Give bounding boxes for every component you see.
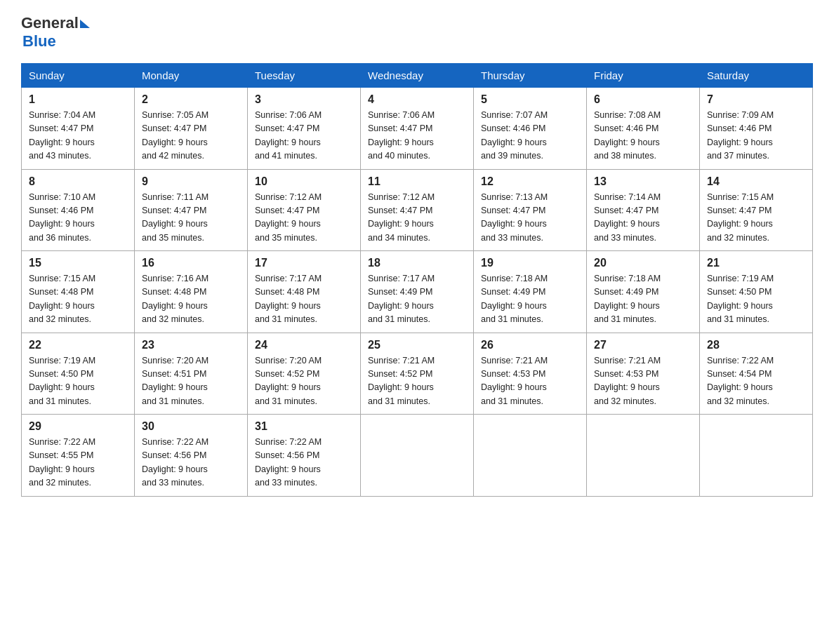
day-number: 6 (594, 93, 692, 106)
day-number: 20 (594, 257, 692, 269)
calendar-day-cell: 12Sunrise: 7:13 AMSunset: 4:47 PMDayligh… (474, 169, 587, 251)
day-info: Sunrise: 7:05 AMSunset: 4:47 PMDaylight:… (142, 109, 240, 163)
calendar-day-cell: 30Sunrise: 7:22 AMSunset: 4:56 PMDayligh… (135, 415, 248, 497)
day-info: Sunrise: 7:13 AMSunset: 4:47 PMDaylight:… (481, 191, 579, 246)
day-info: Sunrise: 7:09 AMSunset: 4:46 PMDaylight:… (707, 109, 805, 163)
calendar-week-row: 29Sunrise: 7:22 AMSunset: 4:55 PMDayligh… (22, 415, 813, 497)
calendar-week-row: 8Sunrise: 7:10 AMSunset: 4:46 PMDaylight… (22, 169, 813, 251)
calendar-day-cell: 9Sunrise: 7:11 AMSunset: 4:47 PMDaylight… (135, 169, 248, 251)
day-number: 1 (29, 93, 127, 106)
calendar-day-cell (361, 415, 474, 497)
day-number: 3 (255, 93, 353, 106)
calendar-day-cell: 20Sunrise: 7:18 AMSunset: 4:49 PMDayligh… (587, 251, 700, 333)
day-number: 18 (368, 257, 466, 269)
calendar-day-cell: 3Sunrise: 7:06 AMSunset: 4:47 PMDaylight… (248, 88, 361, 170)
calendar-day-cell: 23Sunrise: 7:20 AMSunset: 4:51 PMDayligh… (135, 333, 248, 415)
weekday-header-tuesday: Tuesday (248, 64, 361, 88)
day-info: Sunrise: 7:22 AMSunset: 4:54 PMDaylight:… (707, 354, 805, 409)
calendar-week-row: 15Sunrise: 7:15 AMSunset: 4:48 PMDayligh… (22, 251, 813, 333)
calendar-day-cell: 21Sunrise: 7:19 AMSunset: 4:50 PMDayligh… (700, 251, 813, 333)
day-info: Sunrise: 7:22 AMSunset: 4:55 PMDaylight:… (29, 436, 127, 490)
day-number: 19 (481, 257, 579, 269)
calendar-day-cell: 6Sunrise: 7:08 AMSunset: 4:46 PMDaylight… (587, 88, 700, 170)
day-number: 12 (481, 175, 579, 188)
weekday-header-monday: Monday (135, 64, 248, 88)
day-info: Sunrise: 7:15 AMSunset: 4:47 PMDaylight:… (707, 191, 805, 246)
calendar-day-cell: 16Sunrise: 7:16 AMSunset: 4:48 PMDayligh… (135, 251, 248, 333)
day-info: Sunrise: 7:07 AMSunset: 4:46 PMDaylight:… (481, 109, 579, 163)
weekday-header-friday: Friday (587, 64, 700, 88)
calendar-day-cell: 25Sunrise: 7:21 AMSunset: 4:52 PMDayligh… (361, 333, 474, 415)
day-number: 14 (707, 175, 805, 188)
day-info: Sunrise: 7:17 AMSunset: 4:49 PMDaylight:… (368, 272, 466, 327)
calendar-day-cell: 22Sunrise: 7:19 AMSunset: 4:50 PMDayligh… (22, 333, 135, 415)
day-number: 31 (255, 420, 353, 433)
day-number: 2 (142, 93, 240, 106)
weekday-header-saturday: Saturday (700, 64, 813, 88)
calendar-day-cell: 29Sunrise: 7:22 AMSunset: 4:55 PMDayligh… (22, 415, 135, 497)
calendar-day-cell: 4Sunrise: 7:06 AMSunset: 4:47 PMDaylight… (361, 88, 474, 170)
calendar-body: 1Sunrise: 7:04 AMSunset: 4:47 PMDaylight… (22, 88, 813, 497)
calendar-day-cell: 10Sunrise: 7:12 AMSunset: 4:47 PMDayligh… (248, 169, 361, 251)
day-info: Sunrise: 7:21 AMSunset: 4:53 PMDaylight:… (594, 354, 692, 409)
day-info: Sunrise: 7:21 AMSunset: 4:52 PMDaylight:… (368, 354, 466, 409)
day-number: 4 (368, 93, 466, 106)
calendar-day-cell (700, 415, 813, 497)
calendar-day-cell: 28Sunrise: 7:22 AMSunset: 4:54 PMDayligh… (700, 333, 813, 415)
day-number: 30 (142, 420, 240, 433)
calendar-day-cell: 2Sunrise: 7:05 AMSunset: 4:47 PMDaylight… (135, 88, 248, 170)
day-number: 15 (29, 257, 127, 269)
logo-general-text: General (21, 14, 79, 32)
calendar-day-cell: 27Sunrise: 7:21 AMSunset: 4:53 PMDayligh… (587, 333, 700, 415)
day-number: 16 (142, 257, 240, 269)
day-info: Sunrise: 7:11 AMSunset: 4:47 PMDaylight:… (142, 191, 240, 246)
day-info: Sunrise: 7:06 AMSunset: 4:47 PMDaylight:… (368, 109, 466, 163)
day-info: Sunrise: 7:12 AMSunset: 4:47 PMDaylight:… (368, 191, 466, 246)
day-info: Sunrise: 7:08 AMSunset: 4:46 PMDaylight:… (594, 109, 692, 163)
day-info: Sunrise: 7:19 AMSunset: 4:50 PMDaylight:… (707, 272, 805, 327)
day-number: 13 (594, 175, 692, 188)
calendar-day-cell: 19Sunrise: 7:18 AMSunset: 4:49 PMDayligh… (474, 251, 587, 333)
day-info: Sunrise: 7:12 AMSunset: 4:47 PMDaylight:… (255, 191, 353, 246)
calendar-day-cell: 26Sunrise: 7:21 AMSunset: 4:53 PMDayligh… (474, 333, 587, 415)
calendar-day-cell: 31Sunrise: 7:22 AMSunset: 4:56 PMDayligh… (248, 415, 361, 497)
calendar-day-cell: 24Sunrise: 7:20 AMSunset: 4:52 PMDayligh… (248, 333, 361, 415)
day-info: Sunrise: 7:17 AMSunset: 4:48 PMDaylight:… (255, 272, 353, 327)
calendar-day-cell: 7Sunrise: 7:09 AMSunset: 4:46 PMDaylight… (700, 88, 813, 170)
calendar-day-cell: 13Sunrise: 7:14 AMSunset: 4:47 PMDayligh… (587, 169, 700, 251)
day-number: 17 (255, 257, 353, 269)
day-number: 21 (707, 257, 805, 269)
weekday-header-sunday: Sunday (22, 64, 135, 88)
weekday-header-thursday: Thursday (474, 64, 587, 88)
weekday-header-row: SundayMondayTuesdayWednesdayThursdayFrid… (22, 64, 813, 88)
calendar-table: SundayMondayTuesdayWednesdayThursdayFrid… (21, 63, 813, 497)
weekday-header-wednesday: Wednesday (361, 64, 474, 88)
day-number: 23 (142, 339, 240, 351)
day-info: Sunrise: 7:18 AMSunset: 4:49 PMDaylight:… (594, 272, 692, 327)
calendar-day-cell: 5Sunrise: 7:07 AMSunset: 4:46 PMDaylight… (474, 88, 587, 170)
day-info: Sunrise: 7:20 AMSunset: 4:52 PMDaylight:… (255, 354, 353, 409)
calendar-day-cell: 18Sunrise: 7:17 AMSunset: 4:49 PMDayligh… (361, 251, 474, 333)
day-info: Sunrise: 7:15 AMSunset: 4:48 PMDaylight:… (29, 272, 127, 327)
day-number: 26 (481, 339, 579, 351)
logo: General Blue (21, 14, 90, 51)
day-info: Sunrise: 7:14 AMSunset: 4:47 PMDaylight:… (594, 191, 692, 246)
day-info: Sunrise: 7:18 AMSunset: 4:49 PMDaylight:… (481, 272, 579, 327)
calendar-week-row: 1Sunrise: 7:04 AMSunset: 4:47 PMDaylight… (22, 88, 813, 170)
calendar-week-row: 22Sunrise: 7:19 AMSunset: 4:50 PMDayligh… (22, 333, 813, 415)
calendar-day-cell: 11Sunrise: 7:12 AMSunset: 4:47 PMDayligh… (361, 169, 474, 251)
calendar-day-cell (587, 415, 700, 497)
day-number: 7 (707, 93, 805, 106)
day-info: Sunrise: 7:10 AMSunset: 4:46 PMDaylight:… (29, 191, 127, 246)
day-number: 28 (707, 339, 805, 351)
day-number: 9 (142, 175, 240, 188)
day-info: Sunrise: 7:06 AMSunset: 4:47 PMDaylight:… (255, 109, 353, 163)
day-number: 25 (368, 339, 466, 351)
logo-arrow-icon (80, 20, 90, 28)
calendar-day-cell: 17Sunrise: 7:17 AMSunset: 4:48 PMDayligh… (248, 251, 361, 333)
day-info: Sunrise: 7:19 AMSunset: 4:50 PMDaylight:… (29, 354, 127, 409)
day-number: 10 (255, 175, 353, 188)
calendar-day-cell (474, 415, 587, 497)
calendar-day-cell: 14Sunrise: 7:15 AMSunset: 4:47 PMDayligh… (700, 169, 813, 251)
day-info: Sunrise: 7:20 AMSunset: 4:51 PMDaylight:… (142, 354, 240, 409)
